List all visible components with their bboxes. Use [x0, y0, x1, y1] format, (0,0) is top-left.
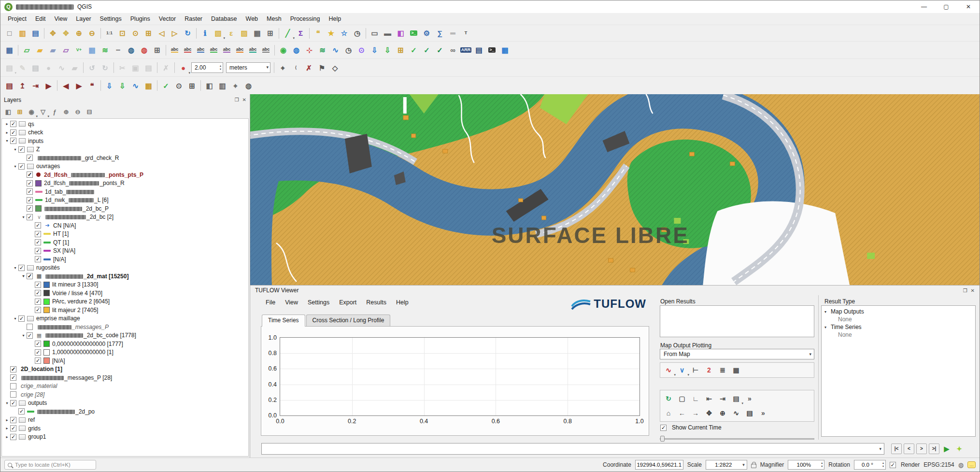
time-play-button[interactable]: ▶	[941, 443, 952, 454]
spin-arrows-icon[interactable]: ▴▾	[821, 461, 823, 468]
menu-mesh[interactable]: Mesh	[262, 14, 286, 24]
force-polygon-by-nodes-icon[interactable]: ⟨	[290, 62, 302, 74]
layer-checkbox[interactable]: ✓	[35, 341, 41, 347]
layer-item-voirie-lisse[interactable]: ✓Voirie / lisse 4 [470]	[2, 289, 248, 298]
close-panel-icon[interactable]: ✕	[242, 97, 246, 102]
mesh-calculator-icon[interactable]: ≋	[316, 44, 328, 56]
layer-checkbox[interactable]: ✓	[35, 239, 41, 245]
pin-labels-icon[interactable]: abc	[195, 44, 207, 56]
expander-icon[interactable]: ▸	[4, 435, 10, 439]
layer-checkbox[interactable]	[10, 383, 16, 389]
add-delimited-text-layer-icon[interactable]: ┄	[112, 44, 124, 56]
tab-time-series[interactable]: Time Series	[262, 315, 305, 327]
more-nav-tools-icon[interactable]: »	[757, 407, 769, 419]
layer-item-2d-bc-p[interactable]: ✓_2d_bc_P	[2, 204, 248, 213]
profile-tool-icon[interactable]: ∿	[329, 44, 341, 56]
remove-layer-icon[interactable]: ⊟	[84, 107, 95, 117]
arr-tool-icon[interactable]: ARR	[460, 44, 472, 56]
plot-secondary-icon[interactable]: 2	[703, 364, 715, 376]
layer-checkbox[interactable]: ✓	[27, 180, 33, 186]
vertex-tool-mesh-icon[interactable]: ⌖	[277, 62, 289, 74]
flags-tool-icon[interactable]: ⚑	[316, 62, 328, 74]
map-refresh-icon[interactable]: ↻	[182, 27, 194, 39]
float-panel-icon[interactable]: ❐	[963, 288, 967, 293]
layer-item-qt[interactable]: ✓QT [1]	[2, 238, 248, 247]
rotate-label-icon[interactable]: abc	[234, 44, 246, 56]
quickmapservices-icon[interactable]: ◍	[290, 44, 302, 56]
manage-map-themes-icon[interactable]: ◉▾	[26, 107, 37, 117]
misc-tool-globe-icon[interactable]: ◍	[242, 80, 255, 92]
rotation-spinbox[interactable]: 0.0 ° ▴▾	[854, 460, 886, 470]
layer-checkbox[interactable]: ✓	[10, 129, 16, 136]
magnifier-spinbox[interactable]: 100% ▴▾	[788, 460, 824, 470]
messages-icon[interactable]: …	[967, 461, 976, 468]
temporal-plugin-icon[interactable]: ◷	[342, 44, 355, 56]
layer-checkbox[interactable]: ✓	[35, 282, 41, 288]
layer-item-grd-check-r[interactable]: ✓_grd_check_R	[2, 154, 248, 162]
project-open-icon[interactable]: ▥	[16, 27, 28, 39]
geometry-checker-1-icon[interactable]: ✓	[408, 44, 420, 56]
layer-item-crige-28[interactable]: crige [28]	[2, 390, 248, 399]
identify-features-icon[interactable]: ℹ	[199, 27, 211, 39]
layer-item-lit-majeur[interactable]: ✓lit majeur 2 [7405]	[2, 306, 248, 315]
expander-icon[interactable]: ▾	[20, 333, 27, 338]
map-canvas[interactable]: SURFACE LIBRE	[250, 94, 980, 285]
integrity-tool-snapping-icon[interactable]: ✓	[160, 80, 172, 92]
layer-checkbox[interactable]: ✓	[27, 214, 33, 220]
layer-checkbox[interactable]: ✓	[35, 349, 41, 356]
layer-item-1d-nwk[interactable]: ✓1d_nwk__L [6]	[2, 196, 248, 205]
layer-item-messages-p[interactable]: _messages_P	[2, 323, 248, 331]
layer-checkbox[interactable]: ✓	[10, 374, 16, 381]
highlight-pinned-labels-icon[interactable]: abc	[208, 44, 220, 56]
geometry-checker-3-icon[interactable]: ✓	[434, 44, 446, 56]
export-animation-button[interactable]: ✦	[954, 443, 965, 454]
show-labels-icon[interactable]: abc	[169, 44, 181, 56]
load-tuflow-results-icon[interactable]: ⇩	[103, 80, 115, 92]
layer-item-bc-code-0[interactable]: ✓0,000000000000000 [1777]	[2, 340, 248, 348]
map-pan-icon[interactable]: ✥	[47, 27, 59, 39]
tuflow-import-empty-icon[interactable]: ⇥	[29, 80, 42, 92]
time-last-button[interactable]: >|	[929, 443, 939, 454]
nav-save-figure-icon[interactable]: ▤	[743, 407, 756, 419]
layer-checkbox[interactable]: ✓	[10, 434, 16, 440]
map-output-source-combo[interactable]: From Map	[660, 349, 814, 359]
menu-settings[interactable]: Settings	[96, 14, 126, 24]
layer-checkbox[interactable]: ✓	[35, 248, 41, 254]
timeseries-plot[interactable]: 0.00.20.40.60.81.00.00.20.40.60.81.0	[280, 337, 640, 416]
tab-cross-section-long-profile[interactable]: Cross Section / Long Profile	[306, 315, 391, 327]
menu-help[interactable]: Help	[324, 14, 345, 24]
time-slider[interactable]	[660, 435, 814, 442]
render-checkbox[interactable]: ✓	[890, 462, 896, 468]
layer-item-grids[interactable]: ▸✓grids	[2, 424, 248, 433]
layer-item-2d-po[interactable]: ✓_2d_po	[2, 407, 248, 416]
add-postgis-layer-icon[interactable]: ◍	[125, 44, 137, 56]
expander-icon[interactable]: ▾	[4, 139, 10, 143]
processing-toolbox-icon[interactable]: ⚙	[421, 27, 433, 39]
select-features-icon[interactable]: ▧▾	[212, 27, 224, 39]
plot-table-icon[interactable]: ▦	[730, 364, 742, 376]
tuflow-insert-attributes-icon[interactable]: ▤	[3, 80, 15, 92]
layer-checkbox[interactable]: ✓	[10, 121, 16, 127]
layer-item-crige-material[interactable]: crige_material	[2, 382, 248, 391]
expander-icon[interactable]: ▸	[4, 426, 10, 430]
refresh-plot-icon[interactable]: ↻	[662, 393, 675, 404]
spin-arrows-icon[interactable]: ▾	[266, 63, 269, 72]
nav-home-icon[interactable]: ⌂	[662, 407, 675, 419]
tuflow-utility-icon[interactable]: ▦	[499, 44, 511, 56]
pan-to-selection-icon[interactable]: ✥	[60, 27, 72, 39]
tuflow-menu-help[interactable]: Help	[391, 298, 413, 307]
filter-legend-icon[interactable]: ▽▾	[38, 107, 48, 117]
new-bookmark-icon[interactable]: ★	[325, 27, 337, 39]
layer-checkbox[interactable]: ✓	[10, 366, 16, 372]
close-button[interactable]: ✕	[957, 0, 980, 13]
field-calculator-icon[interactable]: ⊞	[264, 27, 276, 39]
layer-item-check[interactable]: ▸✓check	[2, 129, 248, 137]
attach-file-icon[interactable]: ∞	[447, 44, 459, 56]
layer-checkbox[interactable]: ✓	[10, 417, 16, 423]
layer-checkbox[interactable]: ✓	[18, 163, 25, 170]
zoom-last-icon[interactable]: ◁	[156, 27, 168, 39]
point-sampling-tool-icon[interactable]: ⊙	[355, 44, 368, 56]
zoom-in-icon[interactable]: ⊕	[73, 27, 85, 39]
expander-icon[interactable]: ▾	[20, 215, 27, 219]
layer-item-inputs[interactable]: ▾✓inputs	[2, 137, 248, 145]
